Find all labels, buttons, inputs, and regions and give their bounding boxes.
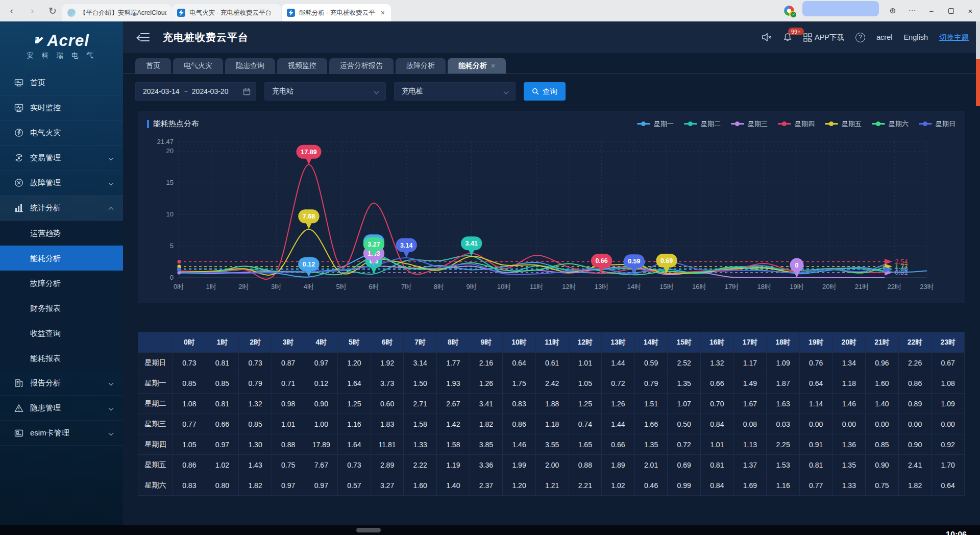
sidebar-item-统计分析[interactable]: 统计分析 [0, 196, 123, 221]
legend-item-星期二[interactable]: 星期二 [684, 119, 721, 129]
page-tab-故障分析[interactable]: 故障分析 [396, 58, 446, 74]
acrel-logo: Acrel 安 科 瑞 电 气 [0, 21, 123, 70]
browser-tab[interactable]: 【平台介绍】安科瑞AcrelCloud-9 [62, 4, 172, 21]
table-cell: 0.66 [206, 414, 239, 434]
sidebar-item-报告分析[interactable]: 报告分析 [0, 371, 123, 396]
table-cell: 3.55 [535, 434, 569, 455]
table-cell: 1.05 [173, 434, 206, 455]
table-cell: 0.00 [832, 414, 866, 434]
window-close-icon[interactable]: × [965, 7, 976, 15]
mute-icon[interactable] [762, 33, 772, 41]
browser-menu-icon[interactable]: ⋯ [906, 6, 918, 15]
title-accent-bar [147, 120, 149, 128]
table-header-cell: 15时 [668, 332, 701, 353]
page-tab-能耗分析[interactable]: 能耗分析× [448, 58, 506, 74]
table-cell: 1.82 [239, 475, 272, 496]
table-cell: 1.82 [470, 414, 503, 434]
sidebar-subitem-能耗分析[interactable]: 能耗分析 [0, 246, 123, 271]
sidebar-subitem-收益查询[interactable]: 收益查询 [0, 321, 123, 346]
table-cell: 1.42 [437, 414, 470, 434]
query-button[interactable]: 查询 [524, 82, 566, 101]
sidebar-item-实时监控[interactable]: 实时监控 [0, 95, 123, 120]
page-tab-close-icon[interactable]: × [491, 62, 495, 70]
page-scrollbar-track[interactable] [976, 21, 980, 59]
sidebar: Acrel 安 科 瑞 电 气 首页实时监控电气火灾交易管理故障管理统计分析 运… [0, 21, 123, 525]
page-tab-视频监控[interactable]: 视频监控 [277, 58, 327, 74]
language-switch[interactable]: English [903, 33, 928, 41]
table-cell: 0.86 [503, 414, 536, 434]
svg-text:23时: 23时 [920, 283, 934, 290]
horizontal-scrollbar-thumb[interactable] [356, 528, 381, 532]
table-cell: 0.61 [535, 353, 569, 373]
legend-item-星期日[interactable]: 星期日 [919, 119, 955, 129]
table-cell: 1.34 [832, 353, 866, 373]
table-cell: 1.32 [239, 394, 272, 414]
browser-tab[interactable]: 能耗分析 - 充电桩收费云平台× [282, 4, 391, 21]
date-end[interactable]: 2024-03-20 [192, 87, 229, 95]
sidebar-item-label: 报告分析 [30, 378, 102, 388]
date-start[interactable]: 2024-03-14 [143, 87, 180, 95]
sidebar-collapse-icon[interactable] [138, 33, 150, 41]
table-header-cell: 17时 [733, 332, 767, 353]
browser-back-icon[interactable]: ‹ [5, 5, 18, 16]
sidebar-item-交易管理[interactable]: 交易管理 [0, 145, 123, 171]
legend-item-星期五[interactable]: 星期五 [825, 119, 862, 129]
table-cell: 1.01 [569, 353, 602, 373]
station-select-value: 充电站 [272, 87, 293, 96]
tab-close-icon[interactable]: × [380, 9, 386, 17]
table-header-cell: 6时 [371, 332, 404, 353]
legend-item-星期一[interactable]: 星期一 [637, 119, 674, 129]
table-cell: 0.90 [305, 394, 338, 414]
table-cell: 1.92 [371, 353, 404, 373]
sidebar-item-首页[interactable]: 首页 [0, 70, 123, 95]
legend-item-星期三[interactable]: 星期三 [731, 119, 768, 129]
table-cell: 1.64 [338, 434, 371, 455]
sidebar-subitem-能耗报表[interactable]: 能耗报表 [0, 346, 123, 371]
sidebar-item-esim卡管理[interactable]: esim卡管理 [0, 421, 123, 446]
table-cell: 1.19 [437, 455, 470, 475]
legend-item-星期四[interactable]: 星期四 [778, 119, 815, 129]
legend-label: 星期三 [748, 119, 768, 129]
table-cell: 0.81 [701, 455, 734, 475]
pile-select[interactable]: 充电桩 [394, 82, 516, 101]
notification-bell-icon[interactable]: 99+ [783, 33, 792, 42]
date-range-picker[interactable]: 2024-03-14 ~ 2024-03-20 [135, 82, 256, 101]
page-tab-隐患查询[interactable]: 隐患查询 [225, 58, 275, 74]
page-tab-运营分析报告[interactable]: 运营分析报告 [329, 58, 394, 74]
table-cell: 1.46 [503, 434, 536, 455]
svg-text:0.66: 0.66 [595, 257, 607, 264]
sidebar-subitem-财务报表[interactable]: 财务报表 [0, 296, 123, 321]
sidebar-subitem-故障分析[interactable]: 故障分析 [0, 271, 123, 296]
browser-reload-icon[interactable]: ↻ [46, 5, 59, 17]
table-cell: 2.22 [404, 455, 437, 475]
table-cell: 1.05 [569, 373, 602, 394]
row-label: 星期日 [138, 353, 173, 373]
sidebar-item-隐患管理[interactable]: 隐患管理 [0, 396, 123, 421]
legend-item-星期六[interactable]: 星期六 [872, 119, 909, 129]
browser-extension-icon[interactable]: ✓ [784, 6, 794, 16]
app-download-button[interactable]: APP下载 [803, 33, 844, 42]
globe-icon[interactable]: ⊕ [887, 6, 898, 15]
browser-forward-icon[interactable]: › [26, 5, 39, 16]
sidebar-item-故障管理[interactable]: 故障管理 [0, 171, 123, 196]
date-separator: ~ [184, 87, 188, 95]
browser-tab[interactable]: 电气火灾 - 充电桩收费云平台 [172, 4, 281, 21]
sidebar-subitem-运营趋势[interactable]: 运营趋势 [0, 221, 123, 246]
theme-toggle-link[interactable]: 切换主题 [939, 33, 969, 42]
browser-profile-chip[interactable] [802, 1, 879, 16]
energy-chart[interactable]: 0510152021.470时1时2时3时4时5时6时7时8时9时10时11时1… [147, 135, 955, 296]
sidebar-item-电气火灾[interactable]: 电气火灾 [0, 120, 123, 145]
page-tab-label: 运营分析报告 [340, 61, 383, 70]
help-icon[interactable]: ? [855, 33, 865, 42]
page-scrollbar-thumb[interactable] [976, 59, 980, 106]
page-tab-首页[interactable]: 首页 [135, 58, 171, 74]
station-select[interactable]: 充电站 [264, 82, 386, 101]
window-minimize-icon[interactable]: − [926, 7, 937, 15]
username[interactable]: acrel [876, 33, 892, 41]
fault-icon [14, 178, 23, 188]
window-restore-icon[interactable] [945, 7, 957, 15]
warning-icon [14, 403, 23, 413]
table-cell: 0.86 [173, 455, 206, 475]
page-tab-电气火灾[interactable]: 电气火灾 [173, 58, 223, 74]
legend-label: 星期日 [936, 119, 955, 129]
